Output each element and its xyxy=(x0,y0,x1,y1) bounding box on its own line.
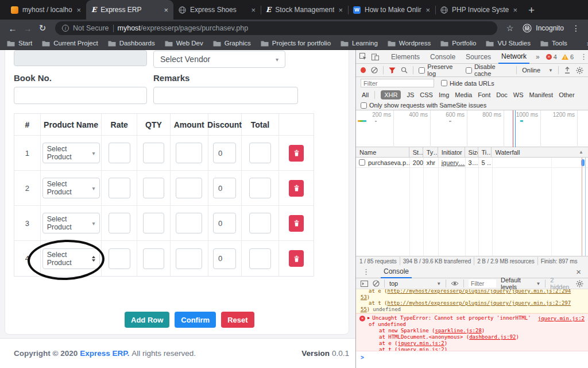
request-initiator-link[interactable]: jquery… xyxy=(442,159,465,166)
product-select-highlighted[interactable]: Select Product xyxy=(42,248,100,269)
bookmark-folder-dashboards[interactable]: Dashboards xyxy=(108,40,155,47)
checkbox[interactable] xyxy=(361,102,367,109)
browser-menu-icon[interactable]: ⋮ xyxy=(570,24,582,33)
col-name[interactable]: Name xyxy=(356,147,409,158)
import-har-icon[interactable] xyxy=(564,67,571,74)
tab-sources[interactable]: Sources xyxy=(463,50,494,64)
live-expression-eye-icon[interactable] xyxy=(451,281,459,286)
close-tab-icon[interactable]: × xyxy=(76,6,81,14)
bookmark-folder-start[interactable]: Start xyxy=(7,40,32,47)
delete-row-button[interactable] xyxy=(289,215,304,232)
discount-input[interactable] xyxy=(213,178,236,198)
hide-data-urls-checkbox[interactable]: Hide data URLs xyxy=(441,80,494,87)
col-waterfall[interactable]: Waterfall▲ xyxy=(492,147,588,158)
error-badge[interactable]: ×4 xyxy=(546,53,557,60)
tab-stock-management[interactable]: E Stock Management Syst × xyxy=(261,0,348,20)
error-source-link[interactable]: jquery.min.js:2 xyxy=(538,316,585,322)
tab-php-invoice[interactable]: PHP Invoice System Dem × xyxy=(435,0,523,20)
amount-input[interactable] xyxy=(176,143,202,163)
rate-input[interactable] xyxy=(109,143,130,163)
col-time[interactable]: Ti… xyxy=(478,147,492,158)
close-tab-icon[interactable]: × xyxy=(251,6,256,14)
tab-express-shoes[interactable]: Express Shoes × xyxy=(173,0,261,20)
devtools-menu-icon[interactable]: ⋮ xyxy=(578,52,588,61)
throttling-select[interactable]: Online▼ xyxy=(522,67,553,74)
col-initiator[interactable]: Initiator xyxy=(438,147,465,158)
device-toolbar-icon[interactable] xyxy=(372,53,379,60)
bookmark-folder-tools[interactable]: Tools xyxy=(540,40,567,47)
url-bar[interactable]: i Not Secure myhost/expresserp/pages/pur… xyxy=(55,21,497,35)
discount-input[interactable] xyxy=(213,143,236,163)
type-filter-doc[interactable]: Doc xyxy=(496,91,508,98)
delete-row-button[interactable] xyxy=(289,250,304,267)
bookmark-folder-vu-studies[interactable]: VU Studies xyxy=(486,40,531,47)
drawer-close-icon[interactable]: × xyxy=(574,267,583,277)
console-filter-input[interactable] xyxy=(469,279,496,288)
type-filter-media[interactable]: Media xyxy=(455,91,472,98)
qty-input[interactable] xyxy=(143,213,164,233)
total-input[interactable] xyxy=(249,248,271,269)
bookmark-folder-wordpress[interactable]: Wordpress xyxy=(388,40,431,47)
tab-console[interactable]: Console xyxy=(427,50,458,64)
inspect-element-icon[interactable] xyxy=(359,53,367,60)
rate-input[interactable] xyxy=(109,248,130,269)
network-overview-timeline[interactable]: 200 ms 400 ms 600 ms 800 ms 1000 ms 1200… xyxy=(356,110,588,147)
discount-input[interactable] xyxy=(213,248,236,269)
console-prompt-chevron[interactable]: > xyxy=(361,354,364,361)
tab-elements[interactable]: Elements xyxy=(388,50,423,64)
source-link[interactable]: jquery.min.js:2 xyxy=(398,340,444,346)
col-size[interactable]: Size xyxy=(465,147,478,158)
preserve-log-checkbox[interactable]: Preserve log xyxy=(419,63,461,77)
add-row-button[interactable]: Add Row xyxy=(125,312,169,328)
close-tab-icon[interactable]: × xyxy=(164,6,168,14)
type-filter-other[interactable]: Other xyxy=(559,91,575,98)
request-name[interactable]: purchaseva.p… xyxy=(368,159,409,166)
type-filter-manifest[interactable]: Manifest xyxy=(529,91,554,98)
record-icon[interactable] xyxy=(361,67,366,73)
console-sidebar-icon[interactable] xyxy=(361,281,368,287)
disable-cache-checkbox[interactable]: Disable cache xyxy=(466,63,511,77)
book-no-input[interactable] xyxy=(14,87,147,104)
bookmark-folder-learning[interactable]: Learning xyxy=(341,40,378,47)
network-settings-gear-icon[interactable] xyxy=(576,67,583,74)
close-tab-icon[interactable]: × xyxy=(513,6,517,14)
warning-badge[interactable]: 6 xyxy=(562,53,574,60)
expand-arrow-icon[interactable]: ▶ xyxy=(368,315,370,321)
qty-input[interactable] xyxy=(143,178,164,198)
close-tab-icon[interactable]: × xyxy=(425,6,430,14)
qty-input[interactable] xyxy=(143,143,164,163)
bookmark-folder-web-dev[interactable]: Web Dev xyxy=(165,40,203,47)
brand-link[interactable]: Express ERP. xyxy=(80,349,129,358)
tab-network[interactable]: Network xyxy=(498,50,529,64)
amount-input[interactable] xyxy=(176,248,202,269)
tab-express-erp[interactable]: E Express ERP × xyxy=(86,0,173,20)
total-input[interactable] xyxy=(249,213,271,233)
product-select[interactable]: Select Product▾ xyxy=(42,178,100,198)
request-row[interactable]: purchaseva.p… 200 xhr jquery… 3… 5 … xyxy=(356,158,588,168)
checkbox[interactable] xyxy=(441,80,447,86)
product-select[interactable]: Select Product▾ xyxy=(42,143,100,163)
bookmark-star-icon[interactable]: ☆ xyxy=(503,24,517,33)
bookmark-folder-current-project[interactable]: Current Project xyxy=(42,40,98,47)
console-drawer-tab[interactable]: Console xyxy=(381,266,412,278)
source-link[interactable]: http://myhost/expresserp/plugins/jquery/… xyxy=(388,300,571,306)
total-input[interactable] xyxy=(249,178,271,198)
type-filter-ws[interactable]: WS xyxy=(513,91,524,98)
source-link[interactable]: 53 xyxy=(361,294,367,300)
filter-funnel-icon[interactable] xyxy=(389,67,396,74)
total-input[interactable] xyxy=(249,143,271,163)
type-filter-js[interactable]: JS xyxy=(407,91,414,98)
source-link[interactable]: 55 xyxy=(361,306,367,312)
delete-row-button[interactable] xyxy=(289,180,304,197)
checkbox[interactable] xyxy=(466,67,472,74)
reload-icon[interactable]: ↻ xyxy=(36,23,49,33)
checkbox[interactable] xyxy=(419,67,425,74)
request-checkbox[interactable] xyxy=(359,159,365,166)
search-icon[interactable] xyxy=(401,67,408,74)
back-icon[interactable]: ← xyxy=(6,24,20,33)
type-filter-all[interactable]: All xyxy=(362,91,369,98)
type-filter-font[interactable]: Font xyxy=(478,91,490,98)
forward-icon[interactable]: → xyxy=(21,24,34,33)
new-tab-button[interactable]: + xyxy=(528,4,535,17)
amount-input[interactable] xyxy=(176,213,202,233)
